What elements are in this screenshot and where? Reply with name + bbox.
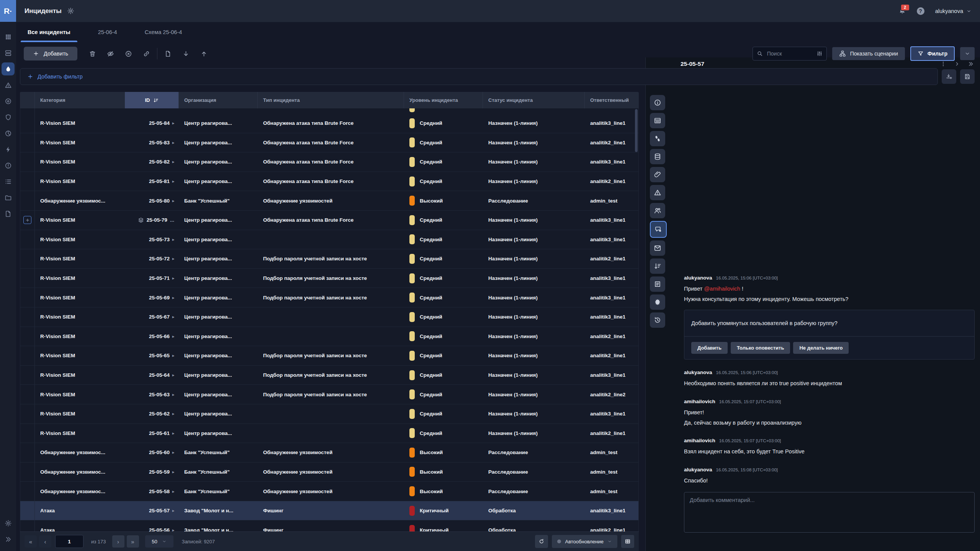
column-header-type[interactable]: Тип инцидента: [257, 92, 404, 108]
sidebar-item-monitoring[interactable]: [0, 93, 16, 109]
export-table-button[interactable]: [942, 69, 956, 84]
add-filter-button[interactable]: Добавить фильтр: [20, 68, 938, 85]
page-number-input[interactable]: 1: [55, 535, 83, 548]
user-mention[interactable]: @amihailovich: [704, 286, 740, 292]
tab-incident-25-06-4[interactable]: 25-06-4: [95, 22, 120, 42]
last-page-button[interactable]: »: [127, 535, 139, 548]
table-row[interactable]: R-Vision SIEM25-05-64▸Центр реагирова...…: [20, 366, 638, 385]
table-row[interactable]: R-Vision SIEM25-05-81▸Центр реагирова...…: [20, 172, 638, 191]
panel-tab-chat[interactable]: [650, 221, 667, 238]
sidebar-item-tasks[interactable]: [0, 173, 16, 190]
sidebar-item-analytics[interactable]: [0, 125, 16, 141]
page-size-select[interactable]: 50: [145, 535, 173, 548]
panel-tab-properties[interactable]: [650, 113, 665, 128]
table-row[interactable]: R-Vision SIEM25-05-72▸Центр реагирова...…: [20, 249, 638, 269]
column-header-expander[interactable]: [20, 92, 34, 108]
open-incident-icon[interactable]: [954, 61, 960, 67]
add-incident-button[interactable]: Добавить: [24, 47, 77, 60]
panel-tab-steps[interactable]: [650, 131, 665, 146]
panel-tab-data[interactable]: [650, 149, 665, 164]
panel-tab-records[interactable]: [650, 276, 665, 292]
table-row[interactable]: R-Vision SIEM25-05-63▸Центр реагирова...…: [20, 385, 638, 404]
tab-scheme-25-06-4[interactable]: Схема 25-06-4: [142, 22, 185, 42]
table-row[interactable]: Обнаружение уязвимос...25-05-58▸Банк "Ус…: [20, 482, 638, 501]
panel-tab-mail[interactable]: [650, 240, 665, 256]
search-input[interactable]: [766, 50, 813, 57]
column-header-level[interactable]: Уровень инцидента: [404, 92, 483, 108]
table-row[interactable]: Атака25-05-56▸Завод "Молот и н...ФишингК…: [20, 520, 638, 531]
export-icon[interactable]: [200, 50, 208, 57]
table-row[interactable]: R-Vision SIEM25-05-65▸Центр реагирова...…: [20, 346, 638, 366]
comment-input[interactable]: Добавить комментарий...: [684, 492, 975, 533]
report-icon[interactable]: [164, 50, 172, 57]
table-row[interactable]: R-Vision SIEM25-05-79...Центр реагирова.…: [20, 211, 638, 230]
cancel-icon[interactable]: [125, 50, 132, 57]
panel-tab-workgroup[interactable]: [650, 203, 665, 218]
sidebar-item-risks[interactable]: [0, 77, 16, 93]
table-row[interactable]: Обнаружение уязвимос...25-05-80▸Банк "Ус…: [20, 191, 638, 211]
sidebar-item-files[interactable]: [0, 190, 16, 206]
sidebar-item-resources[interactable]: [0, 45, 16, 61]
table-row[interactable]: R-Vision SIEM25-05-61▸Центр реагирова...…: [20, 424, 638, 443]
prev-page-button[interactable]: ‹: [39, 535, 51, 548]
sidebar-item-documents[interactable]: [0, 206, 16, 222]
tab-all-incidents[interactable]: Все инциденты: [25, 22, 74, 42]
app-logo[interactable]: R·: [0, 0, 16, 22]
first-page-button[interactable]: «: [25, 535, 37, 548]
next-page-button[interactable]: ›: [112, 535, 124, 548]
panel-tab-attachments[interactable]: [650, 167, 665, 182]
link-icon[interactable]: [143, 50, 150, 57]
delete-icon[interactable]: [89, 50, 96, 57]
table-row[interactable]: R-Vision SIEM25-05-82▸Центр реагирова...…: [20, 152, 638, 172]
table-row[interactable]: R-Vision SIEM25-05-73▸Центр реагирова...…: [20, 230, 638, 250]
column-header-org[interactable]: Организация: [178, 92, 257, 108]
refresh-button[interactable]: [535, 535, 548, 548]
sidebar-item-assets[interactable]: [0, 109, 16, 125]
table-row[interactable]: R-Vision SIEM25-05-83▸Центр реагирова...…: [20, 133, 638, 153]
table-row[interactable]: Атака25-05-57▸Завод "Молот и н...ФишингК…: [20, 501, 638, 521]
sidebar-item-apps[interactable]: [0, 29, 16, 45]
save-view-button[interactable]: [960, 69, 975, 84]
panel-tab-history[interactable]: [650, 312, 665, 328]
table-row[interactable]: R-Vision SIEM25-05-67▸Центр реагирова...…: [20, 307, 638, 327]
search-settings-icon[interactable]: [816, 51, 823, 57]
table-row[interactable]: Обнаружение уязвимос...25-05-60▸Банк "Ус…: [20, 443, 638, 463]
mention-card-button-1[interactable]: Только оповестить: [731, 342, 790, 354]
sidebar-item-settings[interactable]: [0, 515, 16, 531]
mention-card-button-2[interactable]: Не делать ничего: [793, 342, 849, 354]
kebab-menu-icon[interactable]: [940, 61, 946, 67]
table-row[interactable]: R-Vision SIEM25-05-84▸Центр реагирова...…: [20, 114, 638, 133]
column-header-id[interactable]: ID: [125, 92, 178, 108]
panel-tab-modules[interactable]: [650, 294, 665, 310]
panel-tab-warnings[interactable]: [650, 185, 665, 200]
import-icon[interactable]: [182, 50, 190, 57]
user-menu[interactable]: alukyanova: [935, 8, 972, 14]
expand-row-button[interactable]: [23, 216, 31, 224]
table-settings-button[interactable]: [621, 535, 634, 548]
sidebar-item-automation[interactable]: [0, 141, 16, 157]
autoupdate-button[interactable]: Автообновление: [552, 535, 617, 548]
panel-tab-info[interactable]: [650, 95, 665, 110]
table-row[interactable]: Обнаружение уязвимос...25-05-59▸Банк "Ус…: [20, 463, 638, 482]
row-expander-cell[interactable]: [20, 211, 35, 230]
mention-card-button-0[interactable]: Добавить: [691, 342, 728, 354]
sidebar-item-incidents[interactable]: [0, 61, 16, 77]
column-header-category[interactable]: Категория: [34, 92, 125, 108]
page-settings-icon[interactable]: [67, 7, 74, 15]
show-scenarios-button[interactable]: Показать сценарии: [832, 47, 905, 60]
sidebar-item-collapse[interactable]: [0, 531, 16, 547]
notifications-button[interactable]: 2: [898, 7, 906, 15]
column-header-assignee[interactable]: Ответственный: [584, 92, 639, 108]
help-button[interactable]: ?: [917, 7, 924, 15]
panel-tab-sort[interactable]: [650, 258, 665, 274]
table-row[interactable]: R-Vision SIEM25-05-66▸Центр реагирова...…: [20, 327, 638, 347]
column-header-status[interactable]: Статус инцидента: [483, 92, 584, 108]
filter-dropdown-button[interactable]: [960, 47, 975, 60]
table-row[interactable]: R-Vision SIEM25-05-62▸Центр реагирова...…: [20, 404, 638, 424]
hide-icon[interactable]: [107, 50, 114, 57]
collapse-panel-icon[interactable]: [968, 61, 974, 67]
sidebar-item-events[interactable]: [0, 157, 16, 173]
table-row[interactable]: R-Vision SIEM25-05-69▸Центр реагирова...…: [20, 288, 638, 307]
table-row[interactable]: R-Vision SIEM25-05-71▸Центр реагирова...…: [20, 269, 638, 288]
table-scrollbar[interactable]: [635, 109, 638, 152]
